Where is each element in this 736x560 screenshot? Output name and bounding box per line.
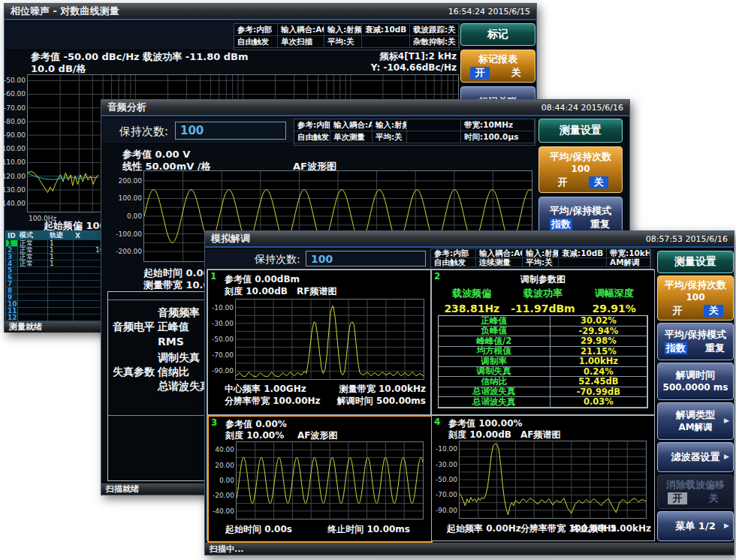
y-axis-tick: -120.00 [0,173,26,180]
measurement-setup-button[interactable]: 测量设置 [538,119,623,143]
param-label: 总谐波失真 [439,387,550,398]
y-axis-tick: 40.00 [215,446,234,453]
button-label: 测量设置 [560,124,602,137]
scale-readout: 刻度 10.00dB [448,429,511,441]
setting-cell: 衰减:10dB [559,249,607,258]
marker-id: 8 [6,288,18,294]
setting-cell: 单次扫描 [278,36,324,48]
setting-cell: 参考:内部 [431,249,476,258]
param-value: 29.98% [550,336,647,347]
stop-frequency-label: 终止频率 5.00kHz [571,522,651,535]
marker-trace: 1 [48,260,74,267]
panel-mod-params[interactable]: 2 调制参数图 载波频偏238.81Hz载波功率-11.97dBm调幅深度29.… [431,269,655,415]
status-text: 扫描中... [210,543,244,555]
af-spectrum-chart: -10.00-30.00-50.00-70.00-90.00 [459,441,647,519]
average-hold-count-button[interactable]: 平均/保持次数 100 开 关 [657,275,734,321]
toggle-on: 开 [668,305,687,317]
button-value: 500.0000 ms [663,382,728,393]
measurement-setup-button[interactable]: 测量设置 [657,251,734,273]
hold-count-input[interactable] [306,251,426,266]
marker-trace [48,267,74,274]
setting-cell: 时间:100.0µs [461,131,535,143]
marker-id: 4 [6,260,18,267]
result-group-name: 失真参数 [113,366,155,379]
marker-mode: 正常 [18,260,48,267]
marker-trace: 1 [48,254,74,260]
demod-type-button[interactable]: 解调类型 AM解调 ▶ [657,402,734,440]
marker-trace [48,281,74,288]
filter-settings-button[interactable]: 滤波器设置 ▶ [657,442,734,472]
y-axis-tick: -130.00 [0,186,26,194]
toggle-group: 开 关 [553,176,608,188]
panel-af-spectrum[interactable]: 4 参考值 100.00% 刻度 10.00dB AF频谱图 -10.00-30… [431,415,655,541]
marker-trace [48,315,74,321]
toggle-off: 关 [506,67,526,79]
setting-cell: 输入:射频 [324,24,362,36]
toggle-on: 开 [470,67,490,79]
setting-cell: 衰减:10dB [362,24,410,36]
button-label: 解调时间 [676,369,715,381]
toggle-group: 指数 重复 [665,342,726,354]
mod-param-row: 调制率1.00kHz [439,357,647,367]
marker-menu-button[interactable]: 标记 [460,23,535,46]
result-item-name: 调制失真 [158,351,200,365]
panel-af-waveform[interactable]: 3 参考值 0.00% 刻度 10.00% AF波形图 40.0020.000.… [207,415,433,543]
stop-time-label: 终止时间 10.00ms [327,523,410,536]
analog-demod-titlebar: 模拟解调 08:57:53 2015/6/16 [205,231,734,248]
setting-cell [407,131,461,143]
setting-cell: 杂散抑制:关 [410,36,459,48]
average-hold-mode-button[interactable]: 平均/保持模式 指数 重复 [657,323,734,360]
param-label: 调幅深度 [578,287,650,300]
button-label: 标记报表 [478,53,517,65]
result-item-name: 信纳比 [158,366,189,379]
option-repeat: 重复 [704,342,726,354]
y-axis-tick: -90.00 [212,367,234,375]
marker-id: 1 [6,240,18,247]
desktop: 相位噪声 - 对数曲线测量 16:54:24 2015/6/15 参考:内部输入… [0,0,736,560]
setting-cell: 带宽:10MHz [461,119,535,131]
clock: 08:44:24 2015/6/16 [541,103,623,113]
column-header: ID [6,231,18,240]
status-text: 测量就绪 [9,321,42,333]
button-label: 解调类型 [676,409,715,421]
menu-page-button[interactable]: 菜单 1/2 ▶ [657,511,734,541]
setting-cell: 自由触发 [431,258,476,267]
chart-title: 调制参数图 [432,273,654,286]
y-axis-tick: -30.00 [436,461,457,468]
y-axis-tick: -20.00 [213,492,234,499]
mod-param-row: 负峰值-29.94% [439,327,647,337]
result-item-name: 正峰值 [158,321,189,334]
marker-mode [18,281,48,288]
mod-param-header-cell: 调幅深度29.91% [578,287,650,315]
window-title: 音频分析 [107,101,146,114]
param-value: 30.02% [550,316,647,327]
start-time-label: 起始时间 0.00s [225,523,292,536]
button-label: 平均/保持模式 [550,205,612,217]
button-value: 100 [571,164,590,175]
hold-count-input[interactable] [175,122,286,140]
param-value: 52.45dB [550,377,647,387]
average-hold-count-button[interactable]: 平均/保持次数 100 开 关 [538,146,623,193]
setting-cell: 自由触发 [294,131,330,143]
option-repeat: 重复 [589,218,611,230]
mod-param-row: 信纳比52.45dB [439,377,647,387]
marker-report-toggle-button[interactable]: 标记报表 开 关 [460,50,535,83]
demod-time-button[interactable]: 解调时间 500.0000 ms [657,363,734,400]
panel-number: 3 [211,417,217,428]
button-label: 滤波器设置 [671,451,720,463]
param-label: 负峰值 [439,327,550,337]
y-axis-tick: 20.00 [215,462,234,469]
y-axis-tick: -110.00 [0,158,26,166]
setting-cell [362,36,410,48]
measurement-settings-table: 参考:内部输入耦合:AC输入:射频带宽:10MHz自由触发单次测量平均:关时间:… [294,119,535,146]
result-item-name: 总谐波失真 [158,380,210,393]
button-label: 平均/保持次数 [665,279,727,291]
mod-param-row: 调制失真0.24% [439,367,647,378]
submenu-arrow-icon: ▶ [724,453,729,461]
y-axis-tick: -90.00 [436,507,457,514]
setting-cell: 输入耦合:AC [330,119,373,131]
param-label: 载波频偏 [436,287,508,300]
panel-rf-spectrum[interactable]: 1 参考值 0.00dBm 刻度 10.00dB RF频谱图 -10.00-30… [207,269,431,415]
setting-cell: 平均:关 [324,36,362,48]
marker-id: 11 [6,308,18,315]
